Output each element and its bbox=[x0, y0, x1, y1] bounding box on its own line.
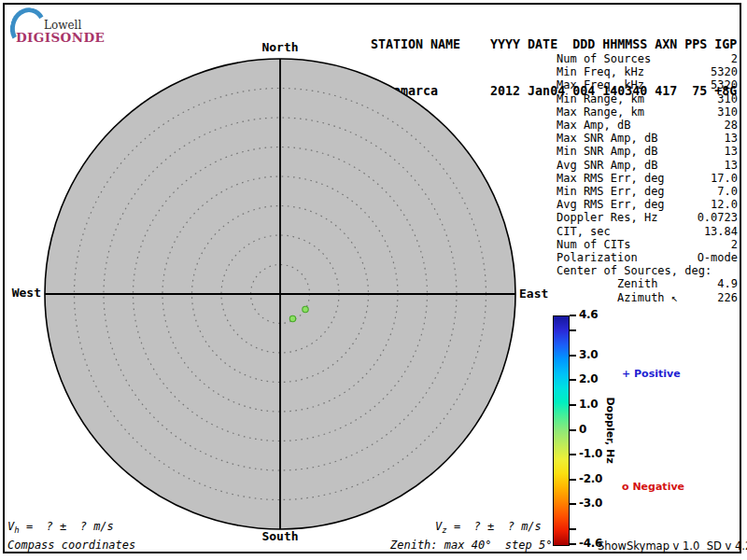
vh-velocity-readout: Vh = ? ± ? m/s bbox=[7, 520, 114, 535]
stat-value: 13 bbox=[725, 132, 738, 145]
stat-value: 5320 bbox=[711, 65, 738, 78]
stat-value: 12.0 bbox=[711, 198, 738, 211]
stat-row: CIT, sec13.84 bbox=[557, 225, 738, 238]
stat-row: Num of Sources2 bbox=[557, 52, 738, 65]
stat-label: Min RMS Err, deg bbox=[557, 185, 665, 198]
stat-label: CIT, sec bbox=[557, 225, 611, 238]
stat-label: Min Range, km bbox=[557, 92, 644, 105]
stat-value: O-mode bbox=[698, 251, 738, 264]
stat-value: 7.0 bbox=[717, 185, 738, 198]
doppler-axis-title: Doppler, Hz bbox=[604, 397, 616, 463]
logo-digisonde-text: DIGISONDE bbox=[16, 30, 105, 45]
stat-row: Center of Sources, deg: bbox=[557, 264, 738, 277]
circle-marker-icon: o bbox=[622, 481, 629, 493]
stat-label: Polarization bbox=[557, 251, 638, 264]
colorbar-tick bbox=[570, 329, 576, 331]
stat-value: 310 bbox=[717, 92, 738, 105]
stat-row: Min RMS Err, deg7.0 bbox=[557, 185, 738, 198]
stat-row: Max SNR Amp, dB13 bbox=[557, 132, 738, 145]
stat-row: Max Freq, kHz5320 bbox=[557, 78, 738, 91]
stat-row: Avg SNR Amp, dB13 bbox=[557, 159, 738, 172]
zenith-range-note: Zenith: max 40° step 5° bbox=[390, 539, 552, 552]
legend-negative-text: Negative bbox=[632, 481, 684, 493]
colorbar-tick-label: -3.0 bbox=[579, 497, 602, 510]
doppler-colorbar bbox=[553, 315, 570, 546]
compass-label-south: South bbox=[233, 529, 327, 543]
app-version: ShowSkymap v 1.0 SD v 4.2 bbox=[598, 539, 740, 553]
showskymap-window: { "logo": { "name": "Lowell", "product":… bbox=[0, 0, 747, 560]
vh-value: = ? ± ? m/s bbox=[20, 520, 114, 533]
colorbar-tick-label: 1.0 bbox=[579, 398, 598, 411]
stat-row: Min SNR Amp, dB13 bbox=[557, 145, 738, 158]
stat-value: 2 bbox=[731, 52, 738, 65]
stat-row: Azimuth ↖226 bbox=[557, 291, 738, 304]
station-header-columns: STATION NAME YYYY DATE DDD HHMMSS AXN PP… bbox=[371, 37, 737, 53]
colorbar-tick-label: 4.6 bbox=[579, 308, 598, 321]
stat-row: Max Range, km310 bbox=[557, 105, 738, 119]
colorbar-tick bbox=[570, 315, 576, 316]
stat-value: 13.84 bbox=[704, 225, 738, 238]
skymap-source-point bbox=[303, 306, 308, 312]
vz-value: = ? ± ? m/s bbox=[447, 520, 542, 533]
stat-label: Max Freq, kHz bbox=[557, 78, 644, 91]
stat-label: Min Freq, kHz bbox=[557, 65, 644, 78]
legend-positive: + Positive bbox=[622, 368, 681, 380]
stat-row: Doppler Res, Hz0.0723 bbox=[557, 211, 738, 224]
stat-value: 2 bbox=[731, 238, 738, 251]
stat-value: 13 bbox=[725, 145, 738, 158]
stat-row: Max Amp, dB28 bbox=[557, 119, 738, 132]
colorbar-tick bbox=[570, 503, 576, 505]
stat-label: Num of CITs bbox=[557, 238, 630, 251]
stat-label: Doppler Res, Hz bbox=[557, 211, 657, 224]
legend-negative: o Negative bbox=[622, 481, 684, 493]
stat-label: Max Range, km bbox=[557, 105, 644, 119]
colorbar-tick bbox=[570, 528, 576, 530]
plus-marker-icon: + bbox=[622, 368, 630, 380]
stat-value: 310 bbox=[717, 105, 738, 119]
stat-row: Min Range, km310 bbox=[557, 92, 738, 105]
doppler-colorbar-ticks: 4.63.02.01.00-1.0-2.0-3.0-4.6 bbox=[570, 315, 626, 546]
stat-label: Center of Sources, deg: bbox=[557, 264, 712, 277]
stat-label: Min SNR Amp, dB bbox=[557, 145, 657, 158]
stat-row: Min Freq, kHz5320 bbox=[557, 65, 738, 78]
colorbar-tick bbox=[570, 404, 576, 406]
measurement-stats-panel: Num of Sources2Min Freq, kHz5320Max Freq… bbox=[557, 52, 738, 304]
stat-row: Zenith4.9 bbox=[557, 277, 738, 290]
colorbar-tick-label: 2.0 bbox=[579, 372, 598, 385]
stat-label: Max Amp, dB bbox=[557, 119, 630, 132]
colorbar-tick bbox=[570, 543, 576, 545]
compass-label-north: North bbox=[233, 40, 327, 54]
colorbar-tick bbox=[570, 355, 576, 357]
stat-value: 17.0 bbox=[711, 172, 738, 185]
stat-label: Avg RMS Err, deg bbox=[557, 198, 665, 211]
skymap-source-point bbox=[289, 315, 295, 321]
stat-value: 28 bbox=[725, 119, 738, 132]
colorbar-tick bbox=[570, 454, 576, 455]
stat-value: 13 bbox=[725, 159, 738, 172]
stat-row: PolarizationO-mode bbox=[557, 251, 738, 264]
colorbar-tick-label: 0 bbox=[579, 423, 586, 436]
stat-row: Max RMS Err, deg17.0 bbox=[557, 172, 738, 185]
vz-velocity-readout: Vz = ? ± ? m/s bbox=[435, 520, 542, 535]
stat-label: Num of Sources bbox=[557, 52, 651, 65]
colorbar-tick-label: 3.0 bbox=[579, 348, 598, 361]
stat-value: 0.0723 bbox=[698, 211, 738, 224]
compass-label-west: West bbox=[2, 286, 41, 300]
stat-label: Avg SNR Amp, dB bbox=[557, 159, 657, 172]
stat-value: 5320 bbox=[711, 78, 738, 91]
colorbar-tick-label: -1.0 bbox=[579, 447, 602, 460]
compass-label-east: East bbox=[519, 287, 575, 301]
colorbar-tick-label: -2.0 bbox=[579, 472, 602, 485]
colorbar-tick bbox=[570, 429, 576, 431]
legend-positive-text: Positive bbox=[634, 368, 681, 380]
stat-label: Max SNR Amp, dB bbox=[557, 132, 657, 145]
stat-row: Avg RMS Err, deg12.0 bbox=[557, 198, 738, 211]
colorbar-tick bbox=[570, 479, 576, 481]
lowell-digisonde-logo: Lowell DIGISONDE bbox=[6, 5, 108, 47]
coordinates-note: Compass coordinates bbox=[7, 539, 135, 552]
colorbar-tick bbox=[570, 379, 576, 381]
stat-label: Max RMS Err, deg bbox=[557, 172, 665, 185]
skymap-polar-plot bbox=[41, 55, 519, 533]
stat-row: Num of CITs2 bbox=[557, 238, 738, 251]
stat-value: 4.9 bbox=[717, 277, 738, 290]
